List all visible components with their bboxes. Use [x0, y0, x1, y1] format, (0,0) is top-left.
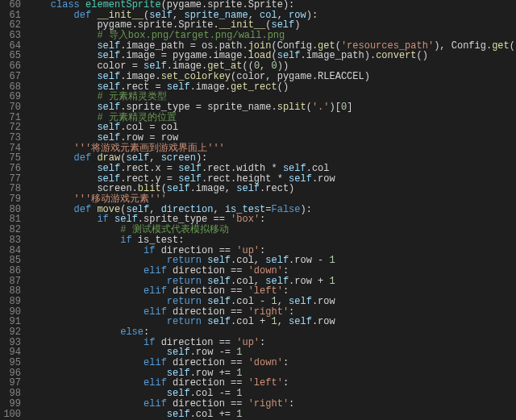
line-number: 89 [3, 297, 21, 307]
line-number: 67 [3, 72, 21, 82]
line-number: 95 [3, 358, 21, 368]
line-number: 70 [3, 102, 21, 113]
line-number: 100 [3, 410, 21, 420]
code-editor[interactable]: 6061626364656667686970717273747576777879… [0, 0, 516, 420]
code-line[interactable]: else: [27, 327, 516, 338]
code-area[interactable]: class elementSprite(pygame.sprite.Sprite… [27, 0, 516, 420]
code-line[interactable]: self.col += 1 [27, 410, 516, 420]
code-line[interactable]: if is_test: [27, 235, 516, 246]
line-number: 73 [3, 133, 21, 143]
line-number: 79 [3, 194, 21, 205]
line-number: 98 [3, 389, 21, 399]
line-number: 60 [3, 0, 21, 10]
line-number: 99 [3, 399, 21, 410]
code-line[interactable]: elif direction == 'right': [27, 399, 516, 410]
line-number: 63 [3, 31, 21, 41]
line-number: 66 [3, 61, 21, 72]
line-number: 76 [3, 164, 21, 174]
line-number: 92 [3, 327, 21, 338]
line-number: 85 [3, 256, 21, 266]
line-number-gutter: 6061626364656667686970717273747576777879… [0, 0, 27, 420]
line-number: 69 [3, 92, 21, 102]
line-number: 83 [3, 235, 21, 246]
code-line[interactable]: elif direction == 'down': [27, 358, 516, 368]
code-line[interactable]: # 测试模式代表模拟移动 [27, 225, 516, 235]
line-number: 86 [3, 266, 21, 277]
line-number: 82 [3, 225, 21, 235]
